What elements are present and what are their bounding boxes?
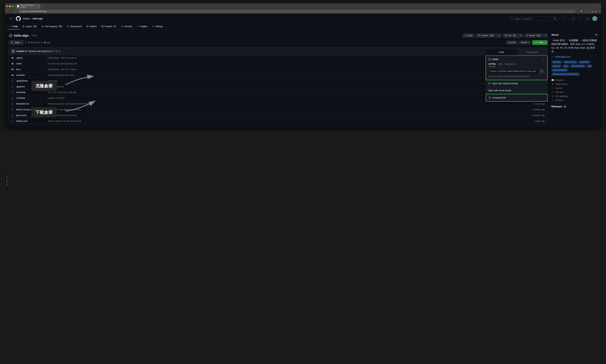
menu-icon[interactable]: ⋮ [598, 10, 600, 13]
watching-link[interactable]: 👁312 watching [551, 95, 597, 97]
tab-https[interactable]: HTTPS [489, 63, 496, 67]
file-name[interactable]: README.md [16, 103, 45, 105]
tab-ssh[interactable]: SSH [498, 63, 503, 67]
watch-button[interactable]: Unwatch312▾ [476, 33, 501, 38]
add-file-button[interactable]: Add file▾ [519, 40, 531, 45]
readme-link[interactable]: 📖Readme [551, 79, 597, 81]
file-name[interactable]: codes [16, 62, 45, 65]
file-commit-msg[interactable]: feat(csharp): .NET 8.0 code m [48, 57, 543, 59]
pr-link[interactable]: #927 [75, 108, 80, 111]
tags-link[interactable]: 6tags [41, 41, 51, 44]
repo-link[interactable]: hello-algo [33, 17, 43, 20]
hamburger-menu-button[interactable] [9, 16, 14, 21]
file-row[interactable]: giscus.jsonSet the default comment order… [9, 113, 547, 118]
file-commit-msg[interactable]: itattributes [48, 80, 543, 82]
site-info-icon[interactable]: ⊡ [20, 10, 21, 13]
caret-down-icon[interactable]: ▾ [544, 34, 547, 37]
topic-tag[interactable]: data-structure [563, 61, 578, 64]
reload-button[interactable]: ⟳ [14, 10, 17, 13]
file-commit-msg[interactable]: Docker for code debugging (#927) [48, 108, 530, 111]
file-row[interactable]: overridesSeveral bug fixes and impro [9, 72, 547, 78]
minimize-window-icon[interactable] [9, 5, 11, 7]
tab-actions[interactable]: Actions [85, 24, 98, 29]
chevron-down-icon[interactable]: ⌄ [597, 5, 599, 7]
download-zip[interactable]: Download ZIP [486, 94, 548, 102]
close-tab-icon[interactable]: ✕ [38, 5, 39, 7]
tab-discussions[interactable]: Discussions [65, 24, 83, 29]
file-row[interactable]: .gitattributesitattributes [9, 78, 547, 84]
download-icon[interactable]: ⬇ [588, 10, 590, 13]
file-name[interactable]: .github [16, 57, 45, 59]
zoom-icon[interactable]: 🔍 [580, 10, 583, 13]
open-visual-studio[interactable]: Open with Visual Studio [486, 87, 547, 94]
file-commit-msg[interactable]: fix: Several code bug fixes (#9 [48, 62, 543, 65]
open-github-desktop[interactable]: Open with GitHub Desktop [486, 80, 547, 87]
tab-pulls[interactable]: Pull requests10 [40, 24, 64, 29]
file-row[interactable]: mkdocs.ymlAdd the section of ram_and_cac… [9, 118, 547, 124]
maximize-window-icon[interactable] [12, 5, 13, 7]
star-button[interactable]: ★Starred51k▾ [524, 33, 548, 38]
website-link[interactable]: hello-algo.com [551, 55, 597, 58]
go-to-file-button[interactable]: Go to file [506, 40, 517, 45]
file-commit-msg[interactable]: feat: Add Docker for code deb [48, 91, 543, 93]
file-row[interactable]: LICENSEUpdate LICENSE. [9, 95, 547, 101]
topic-tag[interactable]: dsa [586, 65, 593, 68]
more-button[interactable]: … [58, 51, 61, 52]
tab-insights[interactable]: Insights [135, 24, 149, 29]
file-row[interactable]: .gitignoreUpdate .gitignore [9, 84, 547, 90]
pr-link[interactable]: #9 [74, 62, 77, 65]
file-row[interactable]: codesfix: Several code bug fixes (#9 [9, 61, 547, 66]
screen-icon[interactable]: ⛶ [577, 10, 579, 13]
unpin-button[interactable]: Unpin [462, 33, 474, 38]
branch-select-button[interactable]: main▾ [9, 40, 24, 45]
file-commit-msg[interactable]: Several bug fixes and improvements (#945… [48, 103, 530, 105]
tab-codespaces[interactable]: Codespaces [517, 49, 547, 55]
create-dropdown-button[interactable]: + ▾ [561, 16, 569, 21]
file-commit-msg[interactable]: feat(csharp): .NET 8.0 code m [48, 68, 543, 71]
close-window-icon[interactable] [6, 5, 8, 7]
file-row[interactable]: docker-compose.ymlDocker for code debugg… [9, 107, 547, 113]
user-avatar[interactable] [592, 16, 597, 21]
tab-issues[interactable]: Issues11 [21, 24, 39, 29]
tab-security[interactable]: Security [119, 24, 134, 29]
forward-button[interactable]: → [10, 10, 13, 13]
caret-down-icon[interactable]: ▾ [519, 34, 523, 37]
file-commit-msg[interactable]: Update .gitignore [48, 85, 543, 88]
file-row[interactable]: docsfeat(csharp): .NET 8.0 code m [9, 66, 547, 72]
pr-link[interactable]: #945 [84, 103, 89, 105]
file-row[interactable]: README.mdSeveral bug fixes and improveme… [9, 101, 547, 107]
topic-tag[interactable]: algo [562, 65, 569, 68]
command-palette-icon[interactable]: ⌘_ [552, 17, 557, 20]
topic-tag[interactable]: data-structures-and-algorithms [551, 73, 580, 76]
commit-avatar[interactable] [11, 49, 15, 53]
file-name[interactable]: Dockerfile [16, 91, 45, 93]
caret-down-icon[interactable]: ▾ [497, 34, 501, 37]
file-name[interactable]: mkdocs.yml [16, 120, 45, 122]
github-logo-icon[interactable] [16, 16, 21, 21]
back-button[interactable]: ← [6, 10, 9, 13]
search-input[interactable]: Type / to search ⌘_ [509, 16, 559, 21]
panel-icon[interactable]: ◨ [591, 10, 593, 13]
tab-local[interactable]: Local [486, 49, 517, 55]
tab-settings[interactable]: Settings [150, 24, 165, 29]
file-commit-msg[interactable]: Update LICENSE. [48, 97, 543, 99]
notifications-button[interactable] [585, 16, 590, 21]
license-link[interactable]: ⚖View license [551, 83, 597, 85]
file-commit-msg[interactable]: Add the section of ram_and_cache [48, 120, 532, 122]
topic-tag[interactable]: algorithms [579, 61, 590, 64]
stars-link[interactable]: ☆51k stars [551, 91, 597, 93]
issues-button[interactable] [571, 16, 576, 21]
fork-button[interactable]: Fork6k▾ [502, 33, 523, 38]
bookmark-icon[interactable]: ☆ [584, 10, 586, 13]
file-row[interactable]: .githubfeat(csharp): .NET 8.0 code m [9, 55, 547, 61]
code-button[interactable]: Code▾ [532, 40, 548, 45]
file-name[interactable]: LICENSE [16, 97, 45, 99]
help-icon[interactable]: ? [542, 58, 545, 61]
clone-url-input[interactable]: https://github.com/krahets/hello-algo.gi… [489, 69, 539, 74]
file-commit-msg[interactable]: Set the default comment order. [48, 114, 530, 117]
topic-tag[interactable]: data-structures [570, 65, 585, 68]
topic-tag[interactable]: algorithm [551, 61, 562, 64]
owner-link[interactable]: krahets [23, 17, 30, 20]
pull-requests-button[interactable] [578, 16, 583, 21]
forks-link[interactable]: ⑂6k forks [551, 99, 597, 102]
